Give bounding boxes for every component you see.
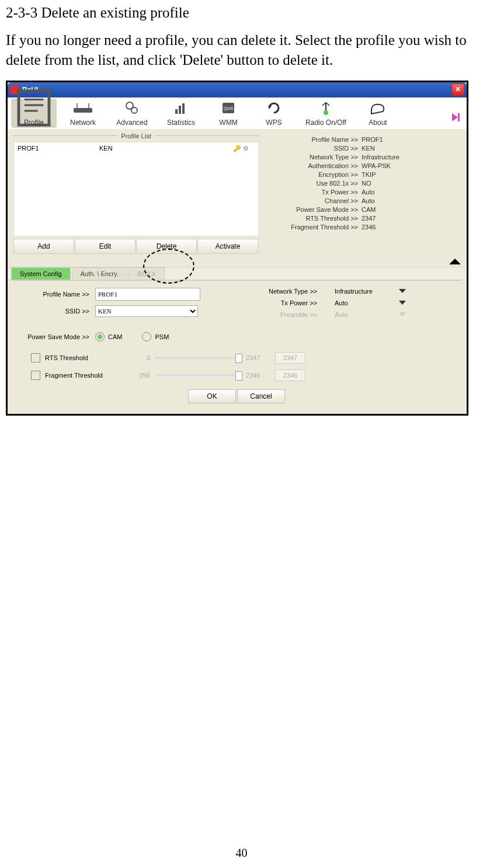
tab-wmm[interactable]: QoS WMM (207, 99, 249, 128)
cancel-button[interactable]: Cancel (237, 389, 285, 403)
tab-about[interactable]: About (357, 99, 399, 128)
svg-point-8 (131, 107, 137, 113)
rts-checkbox[interactable] (31, 353, 40, 362)
psm-radio[interactable] (142, 332, 151, 341)
svg-rect-11 (182, 103, 185, 114)
gear-icon (109, 99, 155, 117)
frag-min: 256 (133, 372, 150, 379)
tab-statistics[interactable]: Statistics (158, 99, 204, 128)
window-titlebar: RaUI ✕ (8, 82, 467, 97)
ssid-select[interactable]: KEN (95, 305, 198, 317)
tx-power-dropdown[interactable]: Auto (335, 299, 406, 306)
detail-label: Encryption >> (282, 171, 358, 178)
profile-list[interactable]: PROF1 KEN 🔑 ⚙ (13, 142, 259, 236)
radio-icon (298, 99, 353, 117)
detail-label: Use 802.1x >> (282, 180, 358, 187)
detail-label: RTS Threshold >> (282, 215, 358, 222)
tab-profile[interactable]: Profile (11, 99, 57, 128)
detail-label: SSID >> (282, 145, 358, 152)
network-type-dropdown[interactable]: Infrastructure (335, 288, 406, 295)
tab-wmm-label: WMM (207, 117, 249, 128)
router-icon (60, 99, 106, 117)
profile-detail-panel: Profile Name >>PROF1 SSID >>KEN Network … (259, 131, 461, 254)
detail-value: Infrastructure (362, 154, 399, 161)
chevron-down-icon (399, 312, 406, 316)
network-type-label: Network Type >> (241, 288, 317, 295)
cam-radio[interactable] (95, 332, 105, 341)
close-button[interactable]: ✕ (451, 83, 464, 96)
profile-name-input[interactable] (95, 288, 200, 301)
tab-network-label: Network (60, 117, 106, 128)
profile-row-icons: 🔑 ⚙ (233, 145, 249, 152)
svg-rect-10 (179, 106, 181, 114)
rts-slider[interactable] (155, 357, 242, 359)
tab-advanced-label: Advanced (109, 117, 155, 128)
config-tabs: System Config Auth. \ Encry. 8021X (8, 267, 467, 280)
detail-label: Authentication >> (282, 162, 358, 169)
detail-value: WPA-PSK (362, 162, 391, 169)
detail-label: Fragment Threshold >> (282, 224, 358, 231)
next-arrow-button[interactable] (450, 107, 463, 128)
frag-checkbox[interactable] (31, 371, 40, 380)
profile-ssid-cell: KEN (99, 145, 181, 152)
svg-rect-2 (25, 104, 44, 106)
detail-value: PROF1 (362, 136, 383, 143)
detail-value: KEN (362, 145, 375, 152)
tab-auth-encry[interactable]: Auth. \ Encry. (72, 267, 127, 280)
profile-name-cell: PROF1 (18, 145, 99, 152)
profile-list-panel: Profile List PROF1 KEN 🔑 ⚙ Add Edit Dele… (13, 131, 259, 254)
preamble-label: Preamble >> (241, 311, 317, 318)
cam-radio-label: CAM (108, 333, 122, 340)
page-number: 40 (0, 846, 483, 860)
svg-rect-4 (74, 108, 92, 113)
app-window: RaUI ✕ Profile Network Advanced Statisti… (6, 81, 468, 416)
detail-value: TKIP (362, 171, 376, 178)
tab-network[interactable]: Network (60, 99, 106, 128)
detail-value: CAM (362, 206, 376, 213)
detail-value: NO (362, 180, 371, 187)
detail-label: Power Save Mode >> (282, 206, 358, 213)
tab-about-label: About (357, 117, 399, 128)
collapse-toggle[interactable] (8, 256, 467, 267)
svg-marker-17 (452, 113, 458, 121)
activate-button[interactable]: Activate (197, 239, 258, 254)
config-body: Profile Name >> SSID >>KEN Power Save Mo… (8, 281, 467, 414)
tab-wps[interactable]: WPS (253, 99, 295, 128)
tab-radio[interactable]: Radio On/Off (298, 99, 353, 128)
profile-icon (11, 99, 57, 117)
ssid-field-label: SSID >> (13, 308, 89, 315)
edit-button[interactable]: Edit (75, 239, 135, 254)
tab-advanced[interactable]: Advanced (109, 99, 155, 128)
add-button[interactable]: Add (13, 239, 74, 254)
rts-max: 2347 (246, 354, 263, 361)
svg-text:QoS: QoS (224, 106, 233, 111)
detail-label: Tx Power >> (282, 189, 358, 196)
profile-list-label: Profile List (117, 133, 154, 140)
ok-button[interactable]: OK (188, 389, 236, 403)
detail-value: Auto (362, 197, 375, 204)
svg-rect-18 (458, 113, 460, 121)
main-toolbar: Profile Network Advanced Statistics QoS … (8, 97, 467, 129)
window-title: RaUI (22, 86, 451, 94)
svg-rect-1 (25, 98, 44, 100)
delete-button[interactable]: Delete (136, 239, 197, 254)
frag-slider[interactable] (155, 374, 242, 377)
refresh-icon (253, 99, 295, 117)
svg-point-15 (324, 110, 328, 115)
stats-icon (158, 99, 204, 117)
detail-label: Channel >> (282, 197, 358, 204)
tab-system-config[interactable]: System Config (11, 267, 71, 280)
profile-row[interactable]: PROF1 KEN 🔑 ⚙ (14, 142, 258, 154)
rts-min: 0 (133, 354, 150, 361)
body-text: If you no longer need a profile, you can… (6, 30, 477, 70)
preamble-dropdown: Auto (335, 311, 406, 318)
tab-wps-label: WPS (253, 117, 295, 128)
detail-label: Profile Name >> (282, 136, 358, 143)
svg-rect-9 (175, 109, 178, 114)
detail-value: Auto (362, 189, 375, 196)
psm-label: Power Save Mode >> (13, 333, 89, 340)
detail-value: 2347 (362, 215, 376, 222)
detail-value: 2346 (362, 224, 376, 231)
about-icon (357, 99, 399, 117)
tab-statistics-label: Statistics (158, 117, 204, 128)
